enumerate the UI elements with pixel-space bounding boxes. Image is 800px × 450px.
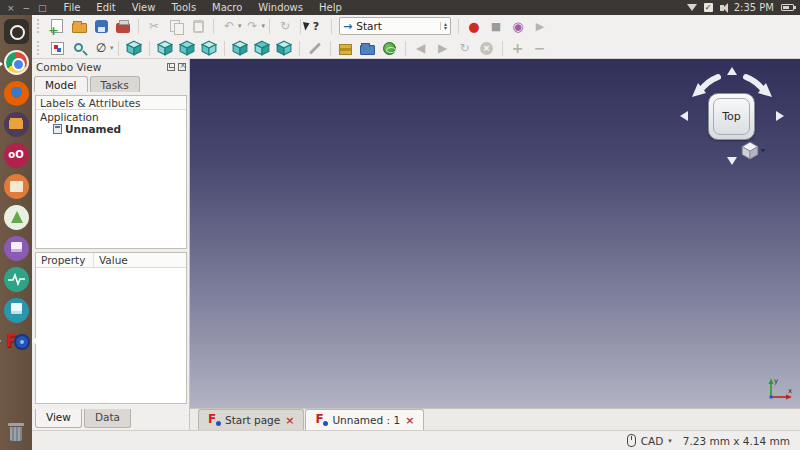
print-button[interactable] bbox=[113, 17, 133, 36]
open-document-button[interactable] bbox=[69, 17, 89, 36]
menu-macro[interactable]: Macro bbox=[204, 0, 250, 15]
paste-button[interactable] bbox=[188, 17, 208, 36]
new-document-button[interactable] bbox=[47, 17, 67, 36]
tab-view[interactable]: View bbox=[35, 409, 82, 428]
front-view-button[interactable] bbox=[155, 39, 175, 58]
axonometric-view-button[interactable] bbox=[124, 39, 144, 58]
left-view-button[interactable] bbox=[274, 39, 294, 58]
tab-data[interactable]: Data bbox=[84, 409, 131, 428]
menu-view[interactable]: View bbox=[124, 0, 164, 15]
browser-forward-button[interactable]: ▶ bbox=[433, 39, 453, 58]
rear-view-icon bbox=[232, 40, 248, 56]
save-document-button[interactable] bbox=[91, 17, 111, 36]
tree-item-unnamed[interactable]: Unnamed bbox=[36, 123, 186, 135]
tree-item-application[interactable]: Application bbox=[36, 110, 186, 123]
workbench-selector[interactable]: → Start ▴ ▾ bbox=[339, 17, 451, 35]
workbench-spinner[interactable]: ▴ ▾ bbox=[440, 22, 447, 30]
draw-style-button[interactable]: ∅ bbox=[91, 39, 111, 58]
zoom-out-button[interactable]: − bbox=[530, 39, 550, 58]
launcher-documents[interactable] bbox=[4, 298, 29, 323]
box-zoom-button[interactable] bbox=[69, 39, 89, 58]
menu-edit[interactable]: Edit bbox=[88, 0, 123, 15]
launcher-chromium[interactable] bbox=[4, 50, 29, 75]
browser-back-button[interactable]: ◀ bbox=[411, 39, 431, 58]
launcher-writer[interactable] bbox=[4, 236, 29, 261]
float-panel-icon[interactable] bbox=[167, 63, 175, 71]
measure-distance-button[interactable] bbox=[305, 39, 325, 58]
clock-label[interactable]: 2:35 PM bbox=[734, 2, 774, 13]
fit-all-button[interactable] bbox=[47, 39, 67, 58]
launcher-android-studio[interactable] bbox=[4, 205, 29, 230]
refresh-button[interactable]: ↻ bbox=[275, 17, 295, 36]
tab-model[interactable]: Model bbox=[34, 76, 88, 92]
nav-menu-caret-icon: ▾ bbox=[761, 146, 765, 155]
launcher-system-monitor[interactable] bbox=[4, 267, 29, 292]
bottom-view-icon bbox=[254, 40, 270, 56]
copy-button[interactable] bbox=[166, 17, 186, 36]
toolbar-grip[interactable] bbox=[37, 41, 42, 55]
close-tab-icon[interactable]: × bbox=[405, 414, 414, 427]
record-icon: ● bbox=[468, 19, 479, 34]
nav-cube-menu[interactable]: ▾ bbox=[740, 139, 770, 161]
reload-icon: ↻ bbox=[459, 41, 469, 55]
network-icon[interactable] bbox=[687, 4, 697, 11]
navigation-style-selector[interactable]: CAD bbox=[641, 435, 664, 447]
measure-icon bbox=[309, 42, 321, 54]
launcher-peek[interactable]: oO bbox=[4, 143, 29, 168]
redo-button[interactable]: ↷ bbox=[243, 17, 263, 36]
launcher-files[interactable] bbox=[4, 112, 29, 137]
open-location-button[interactable] bbox=[358, 39, 378, 58]
nav-cube-top-face[interactable]: Top bbox=[708, 93, 755, 140]
workbench-value: Start bbox=[356, 20, 440, 32]
start-page-button[interactable] bbox=[336, 39, 356, 58]
top-view-button[interactable] bbox=[177, 39, 197, 58]
keyboard-indicator-icon[interactable]: ✓ bbox=[704, 3, 713, 12]
maximize-window-icon[interactable]: □ bbox=[38, 3, 47, 13]
menu-tools[interactable]: Tools bbox=[163, 0, 204, 15]
nav-style-caret-icon[interactable]: ▾ bbox=[668, 437, 672, 445]
close-window-icon[interactable]: × bbox=[7, 3, 15, 13]
document-tab-bar: F Start page × F Unnamed : 1 × bbox=[190, 408, 800, 430]
macro-dialog-button[interactable]: ◉ bbox=[508, 17, 528, 36]
launcher-photos[interactable] bbox=[4, 174, 29, 199]
menu-windows[interactable]: Windows bbox=[250, 0, 311, 15]
launcher-freecad[interactable]: F bbox=[4, 329, 29, 354]
browser-stop-button[interactable]: × bbox=[477, 39, 497, 58]
3d-viewport[interactable]: Top ▾ y x bbox=[190, 59, 800, 408]
column-property[interactable]: Property bbox=[36, 253, 94, 267]
tab-label: Start page bbox=[225, 414, 280, 426]
rear-view-button[interactable] bbox=[230, 39, 250, 58]
undo-button[interactable]: ↶ bbox=[219, 17, 239, 36]
menu-help[interactable]: Help bbox=[311, 0, 350, 15]
zoom-in-button[interactable]: + bbox=[508, 39, 528, 58]
right-view-button[interactable] bbox=[199, 39, 219, 58]
close-tab-icon[interactable]: × bbox=[285, 414, 294, 427]
battery-icon[interactable] bbox=[781, 4, 794, 11]
tab-start-page[interactable]: F Start page × bbox=[198, 409, 304, 430]
open-website-button[interactable] bbox=[380, 39, 400, 58]
minimize-window-icon[interactable]: − bbox=[23, 3, 31, 13]
macro-record-button[interactable]: ● bbox=[464, 17, 484, 36]
volume-icon[interactable] bbox=[720, 5, 724, 11]
global-menubar: × − □ File Edit View Tools Macro Windows… bbox=[0, 0, 800, 15]
toolbar-grip[interactable] bbox=[37, 19, 42, 33]
macro-execute-button[interactable]: ▶ bbox=[530, 17, 550, 36]
macro-stop-button[interactable]: ■ bbox=[486, 17, 506, 36]
launcher-firefox[interactable] bbox=[4, 81, 29, 106]
copy-icon bbox=[170, 20, 183, 33]
cut-button[interactable]: ✂ bbox=[144, 17, 164, 36]
whats-this-button[interactable]: ? bbox=[306, 17, 326, 36]
browser-reload-button[interactable]: ↻ bbox=[455, 39, 475, 58]
bottom-view-button[interactable] bbox=[252, 39, 272, 58]
tab-tasks[interactable]: Tasks bbox=[90, 76, 140, 92]
tab-unnamed-1[interactable]: F Unnamed : 1 × bbox=[305, 409, 424, 430]
y-axis-label: y bbox=[774, 377, 778, 385]
close-panel-icon[interactable] bbox=[178, 63, 186, 71]
launcher-trash[interactable] bbox=[4, 421, 29, 446]
zoom-in-icon: + bbox=[512, 40, 524, 56]
panel-title: Combo View bbox=[36, 61, 101, 73]
menu-file[interactable]: File bbox=[56, 0, 89, 15]
mouse-icon bbox=[627, 434, 636, 447]
launcher-ubuntu-dash[interactable] bbox=[4, 19, 29, 44]
column-value[interactable]: Value bbox=[94, 253, 133, 267]
